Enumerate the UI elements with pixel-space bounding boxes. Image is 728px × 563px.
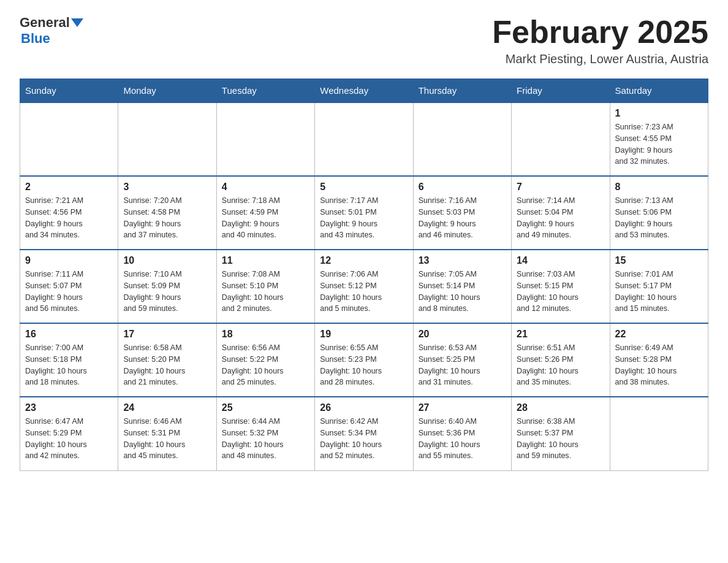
calendar-week-row: 2Sunrise: 7:21 AM Sunset: 4:56 PM Daylig… xyxy=(20,176,708,250)
table-row xyxy=(216,102,314,176)
table-row xyxy=(512,102,610,176)
logo-triangle-icon xyxy=(71,18,83,27)
day-info: Sunrise: 7:06 AM Sunset: 5:12 PM Dayligh… xyxy=(320,269,408,315)
day-info: Sunrise: 6:40 AM Sunset: 5:36 PM Dayligh… xyxy=(419,416,506,462)
table-row: 2Sunrise: 7:21 AM Sunset: 4:56 PM Daylig… xyxy=(20,176,118,250)
calendar-week-row: 9Sunrise: 7:11 AM Sunset: 5:07 PM Daylig… xyxy=(20,250,708,323)
day-number: 15 xyxy=(615,255,703,266)
day-number: 11 xyxy=(222,255,309,266)
day-info: Sunrise: 7:21 AM Sunset: 4:56 PM Dayligh… xyxy=(25,195,113,241)
day-number: 26 xyxy=(320,402,408,413)
calendar-week-row: 1Sunrise: 7:23 AM Sunset: 4:55 PM Daylig… xyxy=(20,102,708,176)
day-number: 17 xyxy=(123,329,211,340)
day-number: 7 xyxy=(517,182,604,193)
calendar-header-row: Sunday Monday Tuesday Wednesday Thursday… xyxy=(20,79,708,103)
day-info: Sunrise: 6:38 AM Sunset: 5:37 PM Dayligh… xyxy=(517,416,604,462)
day-number: 5 xyxy=(320,182,408,193)
table-row: 10Sunrise: 7:10 AM Sunset: 5:09 PM Dayli… xyxy=(118,250,216,323)
table-row: 1Sunrise: 7:23 AM Sunset: 4:55 PM Daylig… xyxy=(610,102,708,176)
table-row: 16Sunrise: 7:00 AM Sunset: 5:18 PM Dayli… xyxy=(20,323,118,397)
table-row: 15Sunrise: 7:01 AM Sunset: 5:17 PM Dayli… xyxy=(610,250,708,323)
table-row: 27Sunrise: 6:40 AM Sunset: 5:36 PM Dayli… xyxy=(413,397,511,470)
day-number: 20 xyxy=(419,329,506,340)
day-number: 3 xyxy=(123,182,211,193)
day-info: Sunrise: 7:23 AM Sunset: 4:55 PM Dayligh… xyxy=(615,121,703,167)
table-row: 12Sunrise: 7:06 AM Sunset: 5:12 PM Dayli… xyxy=(315,250,413,323)
day-info: Sunrise: 7:20 AM Sunset: 4:58 PM Dayligh… xyxy=(123,195,211,241)
col-friday: Friday xyxy=(512,79,610,103)
col-monday: Monday xyxy=(118,79,216,103)
table-row: 24Sunrise: 6:46 AM Sunset: 5:31 PM Dayli… xyxy=(118,397,216,470)
day-info: Sunrise: 7:00 AM Sunset: 5:18 PM Dayligh… xyxy=(25,342,113,388)
day-number: 13 xyxy=(419,255,506,266)
page-header: General Blue February 2025 Markt Piestin… xyxy=(0,0,728,74)
day-info: Sunrise: 7:05 AM Sunset: 5:14 PM Dayligh… xyxy=(419,269,506,315)
table-row xyxy=(315,102,413,176)
day-info: Sunrise: 6:42 AM Sunset: 5:34 PM Dayligh… xyxy=(320,416,408,462)
day-number: 28 xyxy=(517,402,604,413)
col-sunday: Sunday xyxy=(20,79,118,103)
day-number: 25 xyxy=(222,402,309,413)
day-info: Sunrise: 6:56 AM Sunset: 5:22 PM Dayligh… xyxy=(222,342,309,388)
day-info: Sunrise: 7:08 AM Sunset: 5:10 PM Dayligh… xyxy=(222,269,309,315)
table-row: 28Sunrise: 6:38 AM Sunset: 5:37 PM Dayli… xyxy=(512,397,610,470)
table-row: 20Sunrise: 6:53 AM Sunset: 5:25 PM Dayli… xyxy=(413,323,511,397)
table-row: 3Sunrise: 7:20 AM Sunset: 4:58 PM Daylig… xyxy=(118,176,216,250)
calendar-week-row: 23Sunrise: 6:47 AM Sunset: 5:29 PM Dayli… xyxy=(20,397,708,470)
logo-general: General xyxy=(20,15,70,31)
table-row: 25Sunrise: 6:44 AM Sunset: 5:32 PM Dayli… xyxy=(216,397,314,470)
day-info: Sunrise: 7:01 AM Sunset: 5:17 PM Dayligh… xyxy=(615,269,703,315)
table-row: 6Sunrise: 7:16 AM Sunset: 5:03 PM Daylig… xyxy=(413,176,511,250)
day-number: 2 xyxy=(25,182,113,193)
day-number: 19 xyxy=(320,329,408,340)
day-number: 1 xyxy=(615,108,703,119)
day-info: Sunrise: 6:47 AM Sunset: 5:29 PM Dayligh… xyxy=(25,416,113,462)
day-number: 8 xyxy=(615,182,703,193)
day-number: 12 xyxy=(320,255,408,266)
day-number: 14 xyxy=(517,255,604,266)
table-row: 17Sunrise: 6:58 AM Sunset: 5:20 PM Dayli… xyxy=(118,323,216,397)
table-row: 26Sunrise: 6:42 AM Sunset: 5:34 PM Dayli… xyxy=(315,397,413,470)
table-row: 4Sunrise: 7:18 AM Sunset: 4:59 PM Daylig… xyxy=(216,176,314,250)
day-info: Sunrise: 6:44 AM Sunset: 5:32 PM Dayligh… xyxy=(222,416,309,462)
table-row: 18Sunrise: 6:56 AM Sunset: 5:22 PM Dayli… xyxy=(216,323,314,397)
day-number: 6 xyxy=(419,182,506,193)
logo: General Blue xyxy=(20,15,83,47)
day-number: 21 xyxy=(517,329,604,340)
day-number: 10 xyxy=(123,255,211,266)
day-info: Sunrise: 7:14 AM Sunset: 5:04 PM Dayligh… xyxy=(517,195,604,241)
table-row: 7Sunrise: 7:14 AM Sunset: 5:04 PM Daylig… xyxy=(512,176,610,250)
day-number: 16 xyxy=(25,329,113,340)
table-row xyxy=(20,102,118,176)
col-wednesday: Wednesday xyxy=(315,79,413,103)
location-title: Markt Piesting, Lower Austria, Austria xyxy=(492,52,708,66)
day-info: Sunrise: 7:11 AM Sunset: 5:07 PM Dayligh… xyxy=(25,269,113,315)
day-info: Sunrise: 7:03 AM Sunset: 5:15 PM Dayligh… xyxy=(517,269,604,315)
day-number: 9 xyxy=(25,255,113,266)
day-info: Sunrise: 7:10 AM Sunset: 5:09 PM Dayligh… xyxy=(123,269,211,315)
day-info: Sunrise: 6:49 AM Sunset: 5:28 PM Dayligh… xyxy=(615,342,703,388)
table-row: 13Sunrise: 7:05 AM Sunset: 5:14 PM Dayli… xyxy=(413,250,511,323)
day-info: Sunrise: 6:58 AM Sunset: 5:20 PM Dayligh… xyxy=(123,342,211,388)
day-number: 22 xyxy=(615,329,703,340)
calendar-table: Sunday Monday Tuesday Wednesday Thursday… xyxy=(20,79,708,471)
day-info: Sunrise: 7:18 AM Sunset: 4:59 PM Dayligh… xyxy=(222,195,309,241)
col-tuesday: Tuesday xyxy=(216,79,314,103)
table-row: 14Sunrise: 7:03 AM Sunset: 5:15 PM Dayli… xyxy=(512,250,610,323)
table-row xyxy=(413,102,511,176)
table-row: 19Sunrise: 6:55 AM Sunset: 5:23 PM Dayli… xyxy=(315,323,413,397)
day-info: Sunrise: 7:17 AM Sunset: 5:01 PM Dayligh… xyxy=(320,195,408,241)
day-number: 27 xyxy=(419,402,506,413)
day-number: 23 xyxy=(25,402,113,413)
table-row: 11Sunrise: 7:08 AM Sunset: 5:10 PM Dayli… xyxy=(216,250,314,323)
table-row: 22Sunrise: 6:49 AM Sunset: 5:28 PM Dayli… xyxy=(610,323,708,397)
day-number: 4 xyxy=(222,182,309,193)
col-saturday: Saturday xyxy=(610,79,708,103)
table-row: 21Sunrise: 6:51 AM Sunset: 5:26 PM Dayli… xyxy=(512,323,610,397)
day-info: Sunrise: 6:53 AM Sunset: 5:25 PM Dayligh… xyxy=(419,342,506,388)
title-area: February 2025 Markt Piesting, Lower Aust… xyxy=(492,15,708,66)
table-row: 9Sunrise: 7:11 AM Sunset: 5:07 PM Daylig… xyxy=(20,250,118,323)
day-info: Sunrise: 7:16 AM Sunset: 5:03 PM Dayligh… xyxy=(419,195,506,241)
logo-line1: General xyxy=(20,15,83,31)
table-row: 23Sunrise: 6:47 AM Sunset: 5:29 PM Dayli… xyxy=(20,397,118,470)
